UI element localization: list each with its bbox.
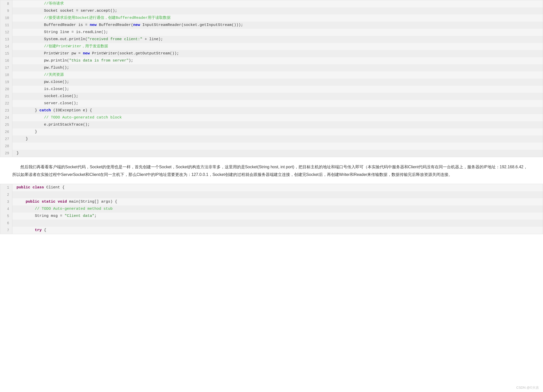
- line-content: PrintWriter pw = new PrintWriter(socket.…: [12, 50, 179, 57]
- code-normal: pw.println(: [17, 58, 69, 63]
- table-row: 11 BufferedReader is = new BufferedReade…: [0, 22, 543, 29]
- table-row: 26 }: [0, 128, 543, 135]
- line-number: 23: [0, 107, 12, 114]
- line-number: 18: [0, 71, 12, 79]
- code-normal: PrintWriter(socket.getOutputStream());: [90, 51, 179, 56]
- table-row: 1public class Client {: [0, 184, 543, 191]
- table-row: 21 socket.close();: [0, 93, 543, 100]
- line-content: try {: [12, 227, 46, 234]
- table-row: 12 String line = is.readLine();: [0, 29, 543, 36]
- table-row: 28: [0, 143, 543, 150]
- line-number: 15: [0, 50, 12, 57]
- line-content: pw.flush();: [12, 64, 69, 71]
- line-content: pw.println("this data is from server");: [12, 57, 133, 64]
- code-comment: //关闭资源: [17, 73, 64, 77]
- code-comment: // TODO Auto-generated catch block: [17, 115, 122, 120]
- code-normal: InputStreamReader(socket.getInputStream(…: [140, 23, 243, 27]
- code-normal: + line);: [142, 37, 163, 41]
- line-number: 10: [0, 14, 12, 22]
- line-number: 8: [0, 0, 12, 7]
- line-number: 12: [0, 29, 12, 36]
- code-normal: System.out.println(: [17, 37, 87, 41]
- line-content: socket.close();: [12, 93, 78, 100]
- code-string: "received frome client:": [87, 37, 142, 41]
- table-row: 25 e.printStackTrace();: [0, 121, 543, 128]
- line-number: 6: [0, 220, 12, 227]
- table-row: 14 //创建PrintWriter，用于发送数据: [0, 43, 543, 50]
- code-normal: String msg =: [17, 214, 65, 218]
- code-normal: }: [17, 108, 39, 113]
- code-block-bottom: 1public class Client {23 public static v…: [0, 184, 543, 234]
- prose-text: 然后我们再看看客户端的Socket代码，Socket的使用也是一样，首先创建一个…: [12, 163, 531, 179]
- table-row: 13 System.out.println("received frome cl…: [0, 36, 543, 43]
- table-row: 22 server.close();: [0, 100, 543, 107]
- code-normal: server.close();: [17, 101, 78, 105]
- line-content: }: [12, 150, 19, 157]
- code-normal: main(String[] args) {: [67, 200, 117, 204]
- line-content: [12, 220, 17, 227]
- line-number: 20: [0, 86, 12, 93]
- code-normal: }: [17, 130, 37, 134]
- line-content: Socket socket = server.accept();: [12, 7, 117, 14]
- code-normal: [17, 200, 26, 204]
- table-row: 29}: [0, 150, 543, 157]
- line-number: 2: [0, 191, 12, 198]
- code-keyword: new: [83, 51, 90, 56]
- line-number: 4: [0, 205, 12, 213]
- code-keyword2: try: [35, 228, 42, 232]
- code-normal: );: [129, 58, 133, 63]
- code-normal: PrintWriter pw =: [17, 51, 83, 56]
- line-content: pw.close();: [12, 79, 69, 86]
- code-block-top: 8 //等待请求9 Socket socket = server.accept(…: [0, 0, 543, 157]
- code-normal: }: [17, 151, 19, 155]
- table-row: 23 } catch (IOException e) {: [0, 107, 543, 114]
- code-normal: pw.close();: [17, 80, 69, 84]
- line-content: //接受请求后使用Socket进行通信，创建BufferedReader用于读取…: [12, 14, 171, 22]
- line-content: System.out.println("received frome clien…: [12, 36, 163, 43]
- line-content: [12, 143, 17, 150]
- table-row: 8 //等待请求: [0, 0, 543, 7]
- code-keyword: new: [90, 23, 97, 27]
- code-normal: {: [42, 228, 46, 232]
- line-number: 24: [0, 114, 12, 121]
- line-number: 19: [0, 79, 12, 86]
- table-row: 19 pw.close();: [0, 79, 543, 86]
- code-comment: // TODO Auto-generated method stub: [17, 207, 113, 211]
- line-number: 25: [0, 121, 12, 128]
- code-normal: e.printStackTrace();: [17, 123, 90, 127]
- table-row: 27 }: [0, 135, 543, 143]
- table-row: 10 //接受请求后使用Socket进行通信，创建BufferedReader用…: [0, 14, 543, 22]
- code-keyword2: static: [42, 200, 55, 204]
- code-normal: ;: [94, 214, 97, 218]
- code-comment: //接受请求后使用Socket进行通信，创建BufferedReader用于读取…: [17, 16, 171, 20]
- line-number: 14: [0, 43, 12, 50]
- code-comment: //等待请求: [17, 2, 64, 6]
- line-number: 21: [0, 93, 12, 100]
- line-number: 3: [0, 198, 12, 205]
- table-row: 18 //关闭资源: [0, 71, 543, 79]
- code-normal: Socket socket = server.accept();: [17, 9, 117, 13]
- code-normal: [39, 200, 42, 204]
- line-number: 1: [0, 184, 12, 191]
- line-content: } catch (IOException e) {: [12, 107, 92, 114]
- line-number: 22: [0, 100, 12, 107]
- code-normal: [30, 185, 33, 190]
- table-row: 2: [0, 191, 543, 198]
- code-string: "Client data": [65, 214, 94, 218]
- table-row: 20 is.close();: [0, 86, 543, 93]
- line-number: 16: [0, 57, 12, 64]
- table-row: 16 pw.println("this data is from server"…: [0, 57, 543, 64]
- code-normal: is.close();: [17, 87, 69, 91]
- line-content: // TODO Auto-generated method stub: [12, 205, 113, 213]
- code-normal: socket.close();: [17, 94, 78, 98]
- line-content: public class Client {: [12, 184, 65, 191]
- table-row: 6: [0, 220, 543, 227]
- code-normal: [17, 228, 35, 232]
- line-number: 29: [0, 150, 12, 157]
- line-content: //关闭资源: [12, 71, 64, 79]
- table-row: 24 // TODO Auto-generated catch block: [0, 114, 543, 121]
- line-content: //等待请求: [12, 0, 64, 7]
- line-content: }: [12, 128, 37, 135]
- code-comment: //创建PrintWriter，用于发送数据: [17, 44, 108, 49]
- table-row: 5 String msg = "Client data";: [0, 213, 543, 220]
